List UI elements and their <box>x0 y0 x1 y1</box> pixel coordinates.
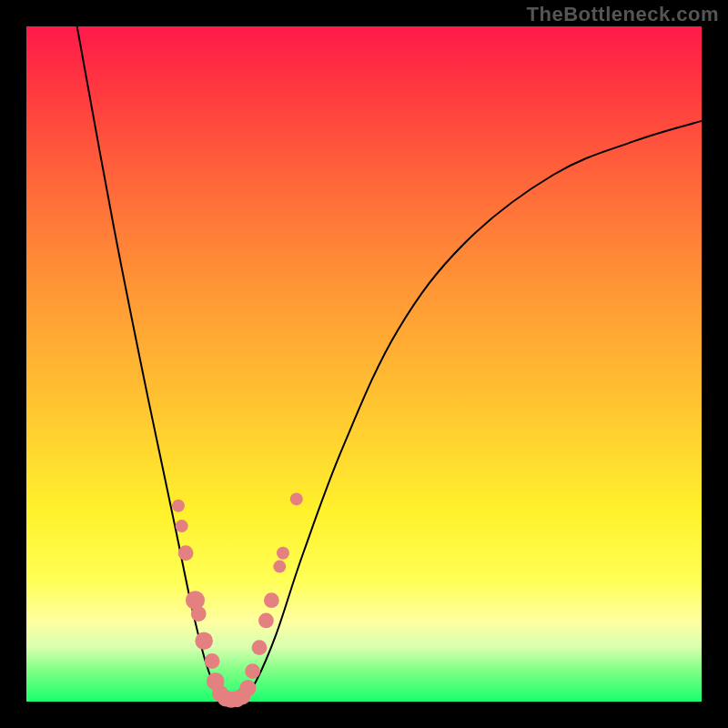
plot-area <box>26 26 702 702</box>
data-marker <box>258 613 274 629</box>
data-marker <box>277 547 289 560</box>
data-marker <box>290 492 303 505</box>
curve-svg <box>26 26 702 702</box>
data-marker <box>205 653 220 669</box>
data-marker <box>178 545 194 561</box>
bottleneck-curve-path <box>77 26 702 702</box>
data-marker <box>245 663 260 679</box>
marker-group <box>172 492 303 707</box>
data-marker <box>172 500 185 512</box>
data-marker <box>239 680 256 696</box>
data-marker <box>264 592 279 608</box>
data-marker <box>273 561 286 573</box>
data-marker <box>252 640 268 655</box>
chart-frame: TheBottleneck.com <box>0 0 728 728</box>
data-marker <box>191 606 207 622</box>
data-marker <box>195 632 213 650</box>
watermark-text: TheBottleneck.com <box>527 3 719 26</box>
curve-group <box>77 26 702 702</box>
data-marker <box>176 520 188 532</box>
